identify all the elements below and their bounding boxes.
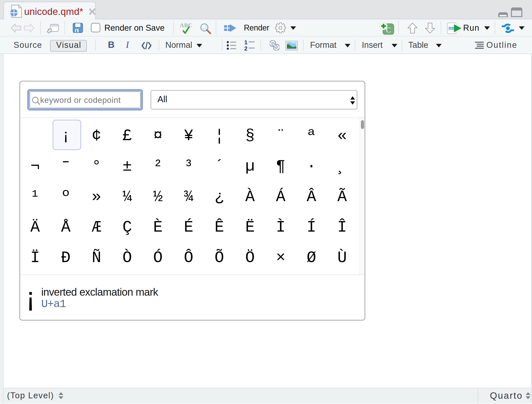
- svg-text:ABC: ABC: [180, 22, 193, 29]
- svg-text:1: 1: [244, 40, 247, 46]
- svg-text:2: 2: [244, 45, 247, 51]
